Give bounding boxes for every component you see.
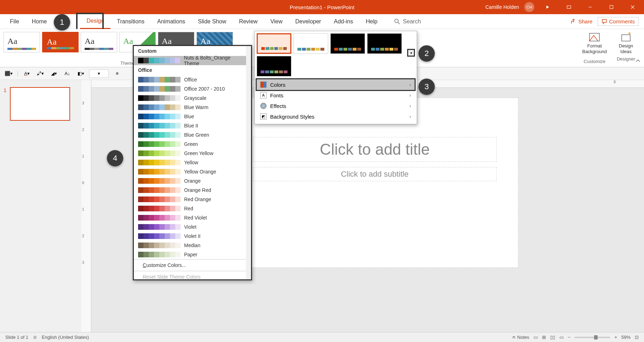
color-scheme-row[interactable]: Violet II — [134, 232, 251, 241]
color-scheme-row[interactable]: Orange Red — [134, 186, 251, 195]
maximize-button[interactable] — [603, 0, 619, 14]
color-scheme-row[interactable]: Blue — [134, 112, 251, 121]
view-reading-icon[interactable]: ▯▯ — [550, 335, 555, 340]
arrange-button[interactable]: ◧▾ — [76, 69, 86, 78]
zoom-level[interactable]: 59% — [621, 335, 631, 340]
color-scheme-row[interactable]: Blue Warm — [134, 103, 251, 112]
design-ideas-button[interactable]: Design Ideas — [617, 32, 635, 54]
customize-group-label: Customize — [584, 59, 605, 64]
submenu-colors[interactable]: Colors › — [256, 78, 416, 91]
notes-button[interactable]: ≐ Notes — [512, 335, 529, 340]
variant-2[interactable] — [293, 33, 328, 54]
color-scheme-row[interactable]: Red Violet — [134, 213, 251, 222]
close-button[interactable] — [625, 0, 640, 14]
svg-rect-2 — [610, 6, 613, 9]
highlight-button[interactable]: 🖍▾ — [35, 69, 45, 78]
tab-view[interactable]: View — [264, 14, 289, 29]
theme-thumb-3[interactable]: Aa — [81, 32, 117, 52]
variant-1-selected[interactable] — [257, 33, 291, 54]
title-placeholder[interactable]: Click to add title — [253, 137, 497, 162]
svg-point-5 — [395, 19, 398, 23]
color-scheme-row[interactable]: Nuts & Bolts_Orange Theme — [134, 56, 251, 65]
variant-4[interactable] — [367, 33, 402, 54]
list-button[interactable]: ≡ — [112, 69, 122, 78]
tab-developer[interactable]: Developer — [289, 14, 327, 29]
color-scheme-label: Green — [184, 141, 198, 147]
tab-addins[interactable]: Add-ins — [327, 14, 359, 29]
color-scheme-row[interactable]: Blue Green — [134, 130, 251, 139]
color-scheme-row[interactable]: Green — [134, 139, 251, 149]
ribbon-right-actions: Share Comments — [571, 17, 639, 26]
tab-home[interactable]: Home — [25, 14, 53, 29]
color-scheme-row[interactable]: Office — [134, 75, 251, 84]
submenu-effects[interactable]: Effects › — [257, 101, 415, 111]
slide-number-1: 1 — [4, 87, 6, 121]
format-background-button[interactable]: Format Background — [582, 32, 607, 54]
view-sorter-icon[interactable]: ⊞ — [542, 335, 546, 340]
variants-more-button[interactable]: ▾ — [407, 49, 415, 57]
sort-button[interactable]: A↓ — [62, 69, 72, 78]
minimize-button[interactable] — [582, 0, 598, 14]
submenu-fonts[interactable]: AFonts › — [257, 90, 415, 101]
color-scheme-row[interactable]: Red Orange — [134, 195, 251, 204]
collapse-ribbon-button[interactable] — [636, 58, 640, 64]
zoom-slider[interactable] — [575, 337, 610, 338]
tab-review[interactable]: Review — [233, 14, 264, 29]
color-scheme-row[interactable]: Median — [134, 241, 251, 250]
color-scheme-row[interactable]: Blue II — [134, 121, 251, 130]
comments-button[interactable]: Comments — [598, 17, 639, 26]
color-swatch-strip — [138, 252, 181, 257]
tab-animations[interactable]: Animations — [151, 14, 192, 29]
slide-thumbnail-1[interactable] — [10, 87, 70, 121]
submenu-bgstyles[interactable]: ◩Background Styles › — [257, 111, 415, 122]
zoom-in-button[interactable]: + — [614, 335, 617, 340]
submenu-colors-label: Colors — [270, 82, 285, 88]
tab-transitions[interactable]: Transitions — [110, 14, 151, 29]
share-button[interactable]: Share — [571, 17, 592, 26]
zoom-out-button[interactable]: − — [568, 335, 571, 340]
font-color-button[interactable]: A▾ — [22, 69, 32, 78]
color-scheme-row[interactable]: Yellow Orange — [134, 167, 251, 176]
tab-file[interactable]: File — [4, 14, 25, 29]
color-swatch-strip — [138, 141, 181, 147]
color-scheme-row[interactable]: Violet — [134, 222, 251, 232]
color-scheme-row[interactable]: Grayscale — [134, 93, 251, 103]
view-slideshow-icon[interactable]: ▭ — [559, 335, 564, 340]
view-normal-icon[interactable]: ▭ — [534, 335, 538, 340]
coming-soon-icon[interactable] — [540, 0, 555, 14]
style-picker[interactable]: ▾ — [89, 69, 109, 78]
variant-3[interactable] — [330, 33, 365, 54]
shape-fill-button[interactable]: ◢▾ — [49, 69, 59, 78]
accessibility-icon[interactable]: ⎚ — [34, 335, 36, 340]
subtitle-placeholder[interactable]: Click to add subtitle — [253, 167, 497, 181]
color-scheme-label: Office 2007 - 2010 — [184, 86, 225, 92]
popup-scrollbar[interactable] — [246, 46, 251, 279]
color-scheme-row[interactable]: Green Yellow — [134, 149, 251, 158]
language-status[interactable]: English (United States) — [42, 335, 89, 340]
color-swatch-strip — [138, 187, 181, 193]
search-icon — [394, 19, 400, 24]
color-scheme-row[interactable]: Red — [134, 204, 251, 213]
color-scheme-row[interactable]: Office 2007 - 2010 — [134, 84, 251, 93]
tab-design[interactable]: Design — [80, 14, 110, 29]
color-scheme-row[interactable]: Paper — [134, 250, 251, 259]
tab-help[interactable]: Help — [359, 14, 384, 29]
user-avatar[interactable]: CH — [524, 2, 534, 12]
color-scheme-label: Violet II — [184, 233, 200, 239]
slide-count: Slide 1 of 1 — [5, 335, 28, 340]
customize-colors-button[interactable]: Customize Colors... — [134, 259, 251, 271]
colors-icon — [260, 81, 267, 88]
color-scheme-row[interactable]: Yellow — [134, 158, 251, 167]
color-scheme-row[interactable]: Orange — [134, 176, 251, 186]
format-bg-label: Format Background — [582, 43, 607, 54]
theme-thumb-2-selected[interactable]: Aa — [42, 32, 79, 52]
color-scheme-label: Blue II — [184, 123, 198, 129]
align-button[interactable]: ⬛▾ — [4, 69, 13, 78]
variant-5[interactable] — [257, 56, 291, 76]
ribbon-display-icon[interactable] — [561, 0, 577, 14]
tab-slideshow[interactable]: Slide Show — [192, 14, 233, 29]
fit-to-window-button[interactable]: ⊡ — [635, 335, 639, 340]
theme-thumb-1[interactable]: Aa — [4, 32, 40, 52]
search-box[interactable]: Search — [394, 18, 421, 25]
designer-group-label: Designer — [617, 56, 635, 62]
